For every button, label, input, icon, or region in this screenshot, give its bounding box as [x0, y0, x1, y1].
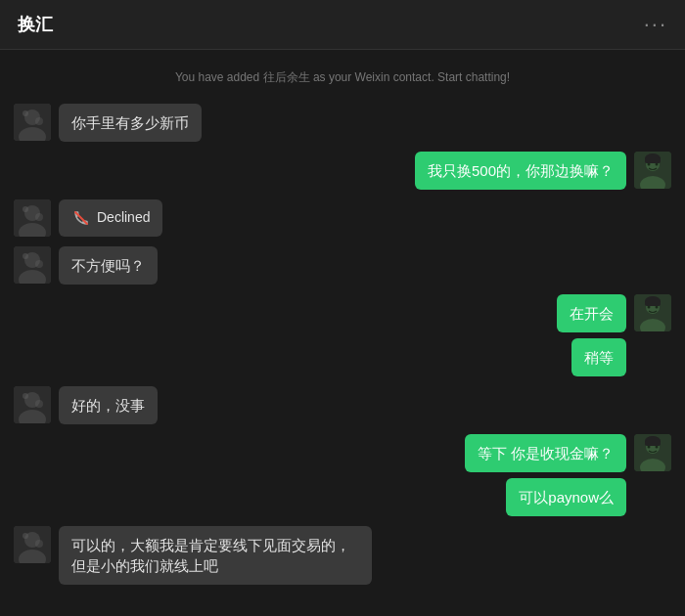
message-row: 你手里有多少新币	[14, 104, 671, 142]
message-bubble: 你手里有多少新币	[59, 104, 202, 142]
svg-point-24	[23, 253, 28, 259]
avatar	[634, 294, 671, 331]
avatar	[14, 104, 51, 141]
svg-rect-49	[14, 526, 51, 563]
avatar	[14, 386, 51, 423]
avatar	[14, 246, 51, 284]
message-row: 等下 你是收现金嘛？ 可以paynow么	[14, 434, 671, 516]
message-row: 好的，没事	[14, 386, 671, 424]
svg-point-38	[35, 400, 43, 408]
message-group: 等下 你是收现金嘛？ 可以paynow么	[465, 434, 626, 516]
svg-point-51	[35, 540, 43, 548]
message-bubble: 我只换500的，你那边换嘛？	[415, 152, 626, 190]
message-bubble: 等下 你是收现金嘛？	[465, 434, 626, 472]
message-bubble: 稍等	[571, 338, 626, 376]
svg-rect-32	[645, 300, 661, 306]
svg-rect-45	[645, 440, 661, 446]
svg-rect-36	[14, 386, 51, 423]
more-options-button[interactable]: ···	[644, 12, 667, 37]
chat-area: You have added 往后余生 as your Weixin conta…	[0, 50, 685, 616]
svg-point-25	[35, 260, 43, 268]
message-group: 在开会 稍等	[557, 294, 626, 376]
message-row: 不方便吗？	[14, 246, 671, 285]
avatar	[634, 152, 671, 189]
chat-header: 换汇 ···	[0, 0, 685, 50]
message-row: Declined	[14, 199, 671, 237]
chat-title: 换汇	[18, 13, 53, 36]
declined-label: Declined	[97, 208, 150, 228]
system-message: You have added 往后余生 as your Weixin conta…	[14, 69, 671, 86]
declined-phone-icon	[71, 208, 91, 228]
svg-rect-3	[14, 104, 51, 141]
message-bubble: 好的，没事	[59, 386, 158, 424]
svg-point-17	[23, 206, 28, 212]
avatar	[14, 526, 51, 563]
svg-point-50	[23, 533, 28, 539]
svg-point-4	[23, 110, 28, 116]
message-bubble: 不方便吗？	[59, 246, 158, 285]
message-bubble: 在开会	[557, 294, 626, 332]
svg-rect-23	[14, 246, 51, 284]
declined-bubble: Declined	[59, 199, 162, 237]
message-bubble: 可以paynow么	[506, 478, 626, 516]
svg-point-18	[35, 213, 43, 221]
svg-rect-12	[645, 157, 661, 163]
message-row: 我只换500的，你那边换嘛？	[14, 152, 671, 190]
message-row: 在开会 稍等	[14, 294, 671, 376]
avatar	[634, 434, 671, 471]
svg-rect-16	[14, 199, 51, 237]
message-row: 可以的，大额我是肯定要线下见面交易的，但是小的我们就线上吧	[14, 526, 671, 585]
svg-point-37	[23, 393, 28, 399]
message-bubble: 可以的，大额我是肯定要线下见面交易的，但是小的我们就线上吧	[59, 526, 372, 585]
svg-point-5	[35, 117, 43, 125]
avatar	[14, 199, 51, 237]
